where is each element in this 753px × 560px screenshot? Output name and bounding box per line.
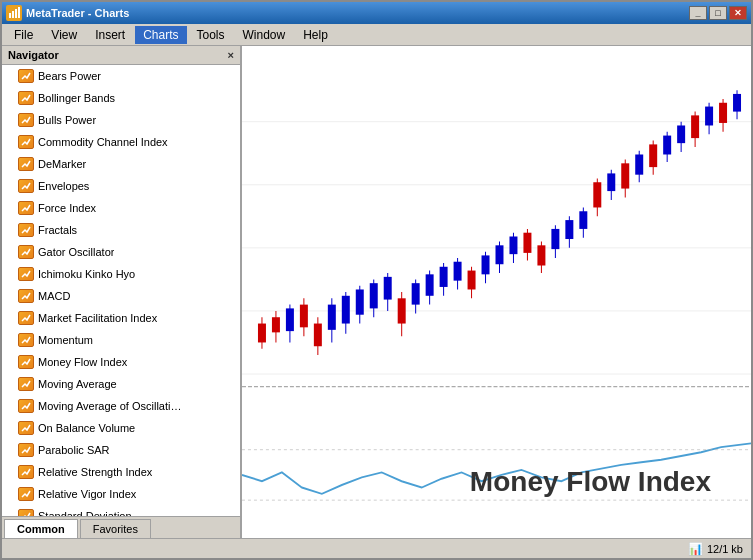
nav-item-fractals[interactable]: Fractals: [2, 219, 240, 241]
svg-rect-41: [342, 296, 350, 324]
nav-item-standard-deviation[interactable]: Standard Deviation: [2, 505, 240, 516]
status-right: 📊 12/1 kb: [688, 542, 743, 556]
nav-item-relative-strength-index[interactable]: Relative Strength Index: [2, 461, 240, 483]
nav-item-bulls-power[interactable]: Bulls Power: [2, 109, 240, 131]
menu-insert[interactable]: Insert: [87, 26, 133, 44]
status-bar: 📊 12/1 kb: [2, 538, 751, 558]
chart-area: 🗗 ✕: [242, 46, 751, 538]
menu-bar: File View Insert Charts Tools Window Hel…: [2, 24, 751, 46]
nav-item-label: Bears Power: [38, 67, 101, 85]
svg-rect-33: [691, 115, 699, 138]
svg-rect-13: [272, 317, 280, 332]
svg-rect-67: [579, 211, 587, 229]
nav-item-label: Force Index: [38, 199, 96, 217]
nav-item-label: Moving Average: [38, 375, 117, 393]
indicator-icon: [18, 267, 34, 281]
nav-item-label: MACD: [38, 287, 70, 305]
nav-item-commodity-channel-index[interactable]: Commodity Channel Index: [2, 131, 240, 153]
indicator-icon: [18, 487, 34, 501]
main-content: Navigator × Bears PowerBollinger BandsBu…: [2, 46, 751, 538]
svg-rect-27: [593, 182, 601, 207]
indicator-icon: [18, 377, 34, 391]
svg-rect-31: [649, 144, 657, 167]
indicator-icon: [18, 289, 34, 303]
nav-item-force-index[interactable]: Force Index: [2, 197, 240, 219]
svg-rect-15: [300, 305, 308, 328]
menu-window[interactable]: Window: [235, 26, 294, 44]
nav-item-parabolic-sar[interactable]: Parabolic SAR: [2, 439, 240, 461]
indicator-icon: [18, 135, 34, 149]
svg-rect-57: [482, 255, 490, 274]
title-bar: MetaTrader - Charts _ □ ✕: [2, 2, 751, 24]
svg-rect-45: [370, 283, 378, 308]
nav-item-gator-oscillator[interactable]: Gator Oscillator: [2, 241, 240, 263]
indicator-icon: [18, 311, 34, 325]
menu-charts[interactable]: Charts: [135, 26, 186, 44]
indicator-icon: [18, 223, 34, 237]
svg-rect-1: [12, 11, 14, 18]
menu-file[interactable]: File: [6, 26, 41, 44]
nav-item-moving-average-oscillator[interactable]: Moving Average of Oscillati…: [2, 395, 240, 417]
nav-item-moving-average[interactable]: Moving Average: [2, 373, 240, 395]
tab-favorites[interactable]: Favorites: [80, 519, 151, 538]
menu-tools[interactable]: Tools: [189, 26, 233, 44]
indicator-icon: [18, 69, 34, 83]
nav-item-relative-vigor-index[interactable]: Relative Vigor Index: [2, 483, 240, 505]
menu-view[interactable]: View: [43, 26, 85, 44]
svg-rect-79: [733, 94, 741, 112]
svg-rect-53: [440, 267, 448, 287]
indicator-icon: [18, 245, 34, 259]
nav-item-bollinger-bands[interactable]: Bollinger Bands: [2, 87, 240, 109]
tab-common[interactable]: Common: [4, 519, 78, 538]
svg-rect-19: [398, 298, 406, 323]
chart-canvas: Money Flow Index: [242, 46, 751, 538]
nav-item-label: Bollinger Bands: [38, 89, 115, 107]
navigator-list[interactable]: Bears PowerBollinger BandsBulls PowerCom…: [2, 65, 240, 516]
svg-rect-21: [468, 271, 476, 290]
nav-item-envelopes[interactable]: Envelopes: [2, 175, 240, 197]
menu-help[interactable]: Help: [295, 26, 336, 44]
minimize-button[interactable]: _: [689, 6, 707, 20]
nav-item-macd[interactable]: MACD: [2, 285, 240, 307]
navigator-header: Navigator ×: [2, 46, 240, 65]
indicator-icon: [18, 421, 34, 435]
svg-rect-39: [328, 305, 336, 330]
indicator-icon: [18, 355, 34, 369]
indicator-icon: [18, 399, 34, 413]
navigator-panel: Navigator × Bears PowerBollinger BandsBu…: [2, 46, 242, 538]
nav-item-label: Parabolic SAR: [38, 441, 110, 459]
svg-rect-51: [426, 274, 434, 295]
svg-rect-3: [18, 7, 20, 18]
svg-rect-25: [537, 245, 545, 265]
nav-item-label: Fractals: [38, 221, 77, 239]
nav-item-bears-power[interactable]: Bears Power: [2, 65, 240, 87]
nav-item-label: Market Facilitation Index: [38, 309, 157, 327]
navigator-title: Navigator: [8, 49, 59, 61]
nav-item-label: Ichimoku Kinko Hyo: [38, 265, 135, 283]
navigator-tabs: Common Favorites: [2, 516, 240, 538]
indicator-icon: [18, 179, 34, 193]
nav-item-label: DeMarker: [38, 155, 86, 173]
nav-item-label: Moving Average of Oscillati…: [38, 397, 181, 415]
title-bar-left: MetaTrader - Charts: [6, 5, 129, 21]
svg-rect-59: [496, 245, 504, 264]
navigator-close-button[interactable]: ×: [228, 49, 234, 61]
nav-item-label: Standard Deviation: [38, 507, 132, 516]
svg-rect-2: [15, 9, 17, 18]
nav-item-money-flow-index[interactable]: Money Flow Index: [2, 351, 240, 373]
nav-item-momentum[interactable]: Momentum: [2, 329, 240, 351]
nav-item-market-facilitation-index[interactable]: Market Facilitation Index: [2, 307, 240, 329]
maximize-button[interactable]: □: [709, 6, 727, 20]
nav-item-label: Commodity Channel Index: [38, 133, 168, 151]
main-window: MetaTrader - Charts _ □ ✕ File View Inse…: [0, 0, 753, 560]
close-button[interactable]: ✕: [729, 6, 747, 20]
status-stats: 12/1 kb: [707, 543, 743, 555]
nav-item-label: Envelopes: [38, 177, 89, 195]
svg-rect-65: [565, 220, 573, 239]
svg-rect-61: [509, 236, 517, 254]
nav-item-demarker[interactable]: DeMarker: [2, 153, 240, 175]
svg-rect-75: [677, 125, 685, 143]
nav-item-on-balance-volume[interactable]: On Balance Volume: [2, 417, 240, 439]
nav-item-label: Relative Vigor Index: [38, 485, 136, 503]
nav-item-ichimoku-kinko-hyo[interactable]: Ichimoku Kinko Hyo: [2, 263, 240, 285]
